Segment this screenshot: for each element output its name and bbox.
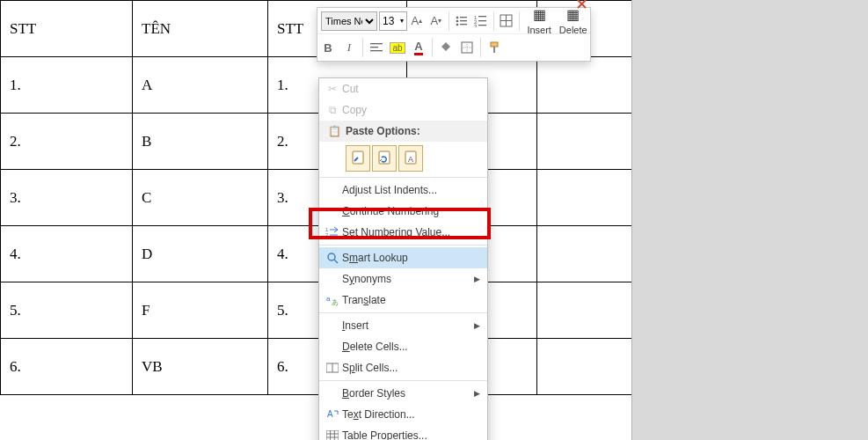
- svg-rect-3: [460, 20, 467, 21]
- context-menu: ✂ Cut ⧉ Copy 📋 Paste Options: A Adjust L…: [318, 77, 488, 440]
- table-row: 2.B2.: [1, 114, 632, 170]
- copy-icon: ⧉: [323, 104, 342, 116]
- cell-stt[interactable]: 1.: [1, 57, 133, 114]
- svg-rect-9: [478, 20, 486, 21]
- shrink-font-button[interactable]: A▾: [427, 11, 446, 32]
- clipboard-icon: 📋: [325, 125, 344, 137]
- numbering-button[interactable]: 123: [471, 11, 491, 32]
- insert-button[interactable]: ▦ Insert: [522, 0, 557, 45]
- cell-ext[interactable]: [537, 226, 632, 282]
- menu-text-direction[interactable]: A Text Direction...: [319, 404, 487, 425]
- svg-text:あ: あ: [332, 298, 339, 306]
- delete-button[interactable]: ▦ Delete: [556, 0, 590, 45]
- menu-insert[interactable]: Insert ▶: [319, 315, 487, 336]
- paste-text-only-button[interactable]: A: [398, 145, 423, 172]
- cell-stt[interactable]: 2.: [1, 114, 133, 170]
- cell-ext[interactable]: [537, 339, 632, 395]
- menu-cut: ✂ Cut: [319, 78, 487, 99]
- shading-button[interactable]: [435, 37, 456, 58]
- header-stt: STT: [1, 1, 133, 57]
- menu-split-cells[interactable]: Split Cells...: [319, 357, 487, 378]
- svg-point-31: [328, 253, 335, 260]
- svg-text:A: A: [327, 409, 333, 419]
- svg-text:A: A: [408, 155, 413, 164]
- paste-merge-button[interactable]: [372, 145, 397, 172]
- submenu-arrow-icon: ▶: [474, 389, 480, 398]
- svg-rect-23: [491, 42, 498, 47]
- menu-delete-cells[interactable]: Delete Cells...: [319, 336, 487, 357]
- format-painter-button[interactable]: [484, 37, 505, 58]
- cut-icon: ✂: [323, 83, 342, 95]
- svg-rect-7: [478, 16, 486, 17]
- table-row: 5.F5.: [1, 282, 632, 339]
- menu-smart-lookup[interactable]: Smart Lookup: [319, 247, 487, 268]
- cell-stt[interactable]: 4.: [1, 226, 133, 282]
- submenu-arrow-icon: ▶: [474, 275, 480, 283]
- cell-ten[interactable]: B: [133, 114, 268, 170]
- smart-lookup-icon: [323, 252, 342, 264]
- highlight-button[interactable]: ab: [387, 37, 408, 58]
- cell-ext[interactable]: [537, 114, 632, 170]
- svg-text:a: a: [326, 295, 331, 303]
- svg-line-32: [334, 260, 338, 263]
- cell-ten[interactable]: C: [133, 170, 268, 226]
- svg-text:3: 3: [474, 24, 478, 27]
- table-row: 6.VB6.: [1, 339, 632, 395]
- cell-stt[interactable]: 3.: [1, 170, 133, 226]
- table-row: 1.A1.: [1, 57, 632, 114]
- table-properties-icon: [323, 430, 342, 440]
- cell-ten[interactable]: D: [133, 226, 268, 282]
- menu-synonyms[interactable]: Synonyms ▶: [319, 268, 487, 290]
- paste-options-header: 📋 Paste Options:: [319, 121, 487, 142]
- font-size-select[interactable]: 13▾: [379, 11, 407, 31]
- svg-point-4: [456, 24, 459, 26]
- svg-rect-17: [370, 43, 383, 44]
- mini-toolbar: Times Ne 13▾ A▴ A▾ 123 ▦ Insert ▦ Delete…: [317, 7, 591, 62]
- cell-ten[interactable]: VB: [133, 339, 268, 395]
- header-ten: TÊN: [133, 1, 268, 57]
- table-grid-button[interactable]: [497, 11, 516, 32]
- menu-translate[interactable]: aあ Translate: [319, 290, 487, 311]
- cell-stt[interactable]: 5.: [1, 282, 133, 339]
- menu-adjust-list-indents[interactable]: Adjust List Indents...: [319, 180, 487, 201]
- paste-keep-source-button[interactable]: [346, 145, 370, 172]
- align-left-button[interactable]: [366, 37, 387, 58]
- annotation-highlight: [309, 208, 491, 239]
- paste-options-row: A: [319, 142, 487, 175]
- svg-rect-11: [478, 25, 486, 26]
- grow-font-button[interactable]: A▴: [407, 11, 427, 32]
- cell-ext[interactable]: [537, 282, 632, 339]
- svg-rect-24: [493, 47, 495, 53]
- font-color-button[interactable]: A: [408, 37, 429, 58]
- cell-ten[interactable]: F: [133, 282, 268, 339]
- menu-table-properties[interactable]: Table Properties...: [319, 425, 487, 440]
- svg-point-0: [456, 17, 459, 19]
- italic-button[interactable]: I: [339, 37, 360, 58]
- menu-border-styles[interactable]: Border Styles ▶: [319, 383, 487, 404]
- cell-ext[interactable]: [537, 57, 632, 114]
- bullets-button[interactable]: [452, 11, 471, 32]
- svg-rect-19: [370, 50, 383, 51]
- svg-point-2: [456, 20, 459, 23]
- svg-rect-18: [370, 47, 378, 48]
- split-cells-icon: [323, 363, 342, 373]
- translate-icon: aあ: [323, 294, 342, 306]
- cell-stt[interactable]: 6.: [1, 339, 133, 395]
- cell-ext[interactable]: [537, 170, 632, 226]
- text-direction-icon: A: [323, 408, 342, 421]
- svg-rect-1: [460, 17, 467, 18]
- bold-button[interactable]: B: [317, 37, 339, 58]
- menu-copy: ⧉ Copy: [319, 99, 487, 121]
- svg-rect-5: [460, 24, 467, 25]
- svg-rect-38: [326, 430, 339, 440]
- font-name-select[interactable]: Times Ne: [321, 11, 377, 31]
- submenu-arrow-icon: ▶: [474, 321, 480, 330]
- page-margin: [631, 0, 868, 440]
- borders-button[interactable]: [456, 37, 478, 58]
- cell-ten[interactable]: A: [133, 57, 268, 114]
